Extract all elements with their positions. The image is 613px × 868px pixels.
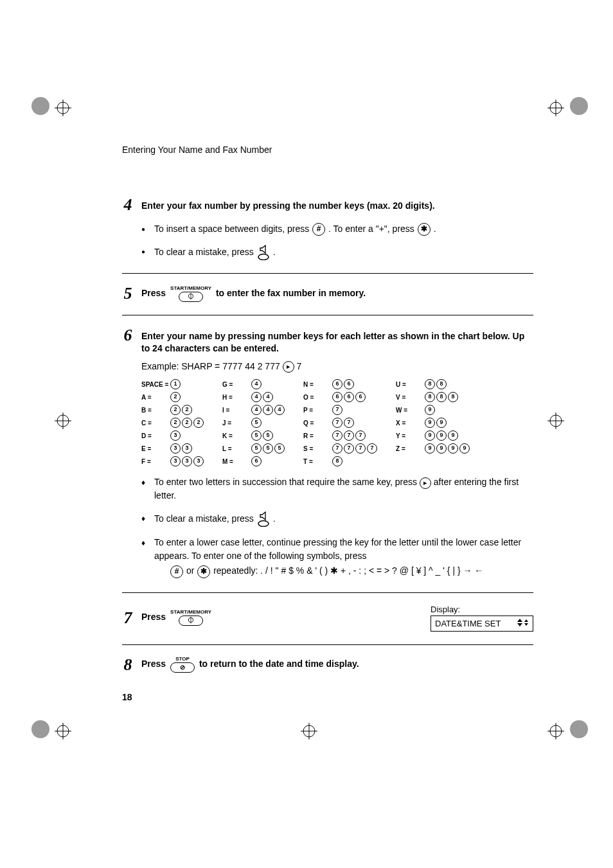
- crosshair-icon: [547, 100, 564, 116]
- crosshair-icon: [547, 723, 564, 740]
- text: To insert a space between digits, press: [154, 224, 312, 234]
- digit-key-icon: 9: [448, 430, 458, 441]
- digit-key-icon: 5: [274, 443, 285, 454]
- display-label: Display:: [431, 605, 533, 614]
- chart-entry: Z =9999: [396, 443, 470, 454]
- digit-key-icon: 2: [193, 418, 204, 428]
- chart-entry-label: W =: [396, 407, 424, 414]
- crosshair-icon: [55, 100, 71, 116]
- digit-key-icon: 8: [448, 392, 458, 402]
- text: Press: [141, 659, 166, 669]
- digit-key-icon: 3: [170, 430, 181, 441]
- step-number: 4: [122, 197, 134, 213]
- start-memory-key-icon: START/MEMORY ⏀: [170, 610, 211, 626]
- chart-entry-label: SPACE =: [141, 381, 170, 388]
- chart-entry-label: T =: [303, 458, 332, 465]
- text: To clear a mistake, press: [154, 513, 256, 524]
- chart-entry-label: I =: [222, 407, 251, 414]
- digit-key-icon: 4: [251, 392, 262, 402]
- digit-key-icon: 9: [425, 443, 435, 454]
- crosshair-icon: [301, 723, 317, 740]
- step-6: 6 Enter your name by pressing number key…: [122, 327, 533, 579]
- diamond-icon: [141, 536, 149, 549]
- chart-entry: U =88: [396, 379, 470, 389]
- reg-mark: [569, 720, 589, 739]
- chart-entry-label: M =: [222, 458, 251, 465]
- digit-key-icon: 3: [170, 443, 181, 454]
- step-number: 5: [122, 285, 134, 302]
- text: To clear a mistake, press: [154, 247, 256, 257]
- digit-key-icon: 8: [436, 392, 447, 402]
- chart-entry-label: R =: [303, 432, 332, 439]
- chart-entry: F =333: [141, 456, 204, 466]
- step-number: 7: [122, 610, 134, 626]
- letter-entry-chart: SPACE =1A =2B =22C =222D =3E =33F =333G …: [141, 379, 533, 466]
- text: to return to the date and time display.: [199, 659, 359, 669]
- digit-key-icon: 2: [182, 418, 192, 428]
- step-5: 5 Press START/MEMORY ⏀ to enter the fax …: [122, 285, 533, 302]
- divider: [122, 644, 533, 645]
- crosshair-icon: [55, 723, 71, 740]
- chart-entry: E =33: [141, 443, 204, 454]
- chart-entry-label: E =: [141, 445, 170, 452]
- digit-key-icon: 2: [170, 405, 181, 415]
- digit-key-icon: 6: [332, 392, 342, 402]
- stop-key-icon: STOP ⊘: [170, 657, 195, 673]
- chart-entry-label: K =: [222, 432, 251, 439]
- crosshair-icon: [547, 412, 564, 429]
- text: or: [186, 565, 197, 576]
- chart-entry-label: H =: [222, 394, 251, 401]
- chart-entry-label: C =: [141, 420, 170, 427]
- digit-key-icon: 7: [332, 443, 342, 454]
- chart-entry: X =99: [396, 418, 470, 428]
- svg-point-25: [258, 254, 269, 260]
- digit-key-icon: 5: [251, 443, 262, 454]
- text: repeatedly: . / ! " # $ % & ' ( ) ✱ + , …: [213, 565, 483, 576]
- bullet-icon: [141, 245, 149, 258]
- reg-mark: [31, 96, 50, 116]
- step-number: 6: [122, 327, 134, 344]
- digit-key-icon: 6: [344, 392, 354, 402]
- text: to enter the fax number in memory.: [216, 288, 366, 298]
- digit-key-icon: 8: [425, 392, 435, 402]
- divider: [122, 592, 533, 593]
- chart-entry-label: Y =: [396, 432, 424, 439]
- chart-entry-label: V =: [396, 394, 424, 401]
- display-value: DATE&TIME SET: [435, 619, 501, 628]
- digit-key-icon: 5: [263, 443, 273, 454]
- svg-point-3: [570, 720, 588, 738]
- digit-key-icon: 3: [182, 443, 192, 454]
- digit-key-icon: 9: [459, 443, 470, 454]
- digit-key-icon: 9: [436, 443, 447, 454]
- digit-key-icon: 7: [344, 443, 354, 454]
- digit-key-icon: 8: [332, 456, 342, 466]
- digit-key-icon: 3: [193, 456, 204, 466]
- digit-key-icon: 5: [263, 430, 273, 441]
- chart-entry-label: O =: [303, 394, 332, 401]
- digit-key-icon: 4: [251, 405, 262, 415]
- chart-entry: H =44: [222, 392, 285, 402]
- step-7: 7 Press START/MEMORY ⏀ Display: DATE&TIM…: [122, 605, 533, 632]
- digit-key-icon: 6: [344, 379, 354, 389]
- step-8: 8 Press STOP ⊘ to return to the date and…: [122, 657, 533, 673]
- digit-key-icon: 1: [170, 379, 181, 389]
- start-memory-key-icon: START/MEMORY ⏀: [170, 286, 211, 302]
- chart-entry: W =9: [396, 405, 470, 415]
- chart-entry: C =222: [141, 418, 204, 428]
- chart-entry-label: U =: [396, 381, 424, 388]
- chart-entry: S =7777: [303, 443, 378, 454]
- reg-mark: [569, 96, 589, 116]
- chart-entry: V =888: [396, 392, 470, 402]
- digit-key-icon: 4: [263, 392, 273, 402]
- digit-key-icon: 8: [436, 379, 447, 389]
- chart-entry: M =6: [222, 456, 285, 466]
- chart-entry: N =66: [303, 379, 378, 389]
- chart-entry-label: B =: [141, 407, 170, 414]
- hash-key-icon: #: [312, 223, 325, 236]
- digit-key-icon: 7: [344, 418, 354, 428]
- digit-key-icon: 9: [425, 430, 435, 441]
- divider: [122, 315, 533, 315]
- right-arrow-key-icon: ▸: [283, 361, 294, 373]
- speaker-key-icon: [258, 511, 269, 527]
- text: .: [273, 513, 276, 524]
